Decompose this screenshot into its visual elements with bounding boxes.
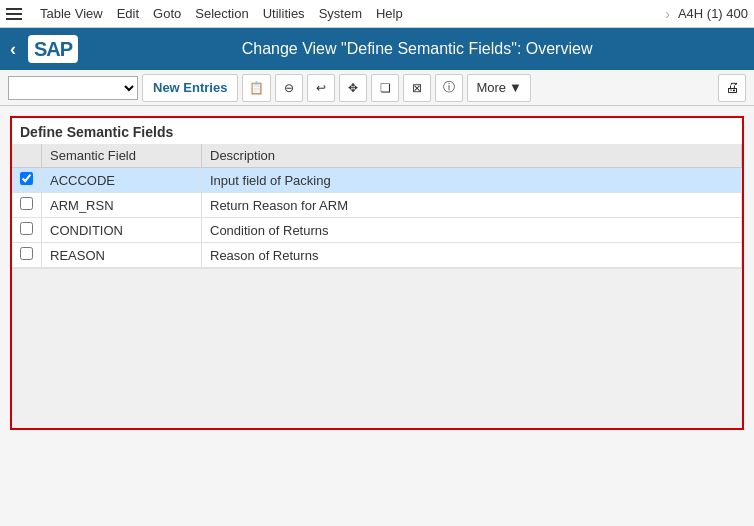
menu-expand-icon[interactable]: › <box>665 6 670 22</box>
more-button[interactable]: More ▼ <box>467 74 531 102</box>
print-icon: 🖨 <box>726 80 739 95</box>
duplicate-icon: ❏ <box>380 81 391 95</box>
menu-bar: Table View Edit Goto Selection Utilities… <box>0 0 754 28</box>
col-header-checkbox <box>12 144 42 168</box>
back-button[interactable]: ‹ <box>10 40 16 58</box>
hamburger-menu[interactable] <box>6 8 22 20</box>
grid-button[interactable]: ⊠ <box>403 74 431 102</box>
col-header-description: Description <box>202 144 742 168</box>
undo-button[interactable]: ↩ <box>307 74 335 102</box>
sap-logo: SAP <box>28 35 78 63</box>
info-button[interactable]: ⓘ <box>435 74 463 102</box>
chevron-down-icon: ▼ <box>509 80 522 95</box>
row-checkbox[interactable] <box>12 193 42 218</box>
title-bar: ‹ SAP Change View "Define Semantic Field… <box>0 28 754 70</box>
copy-button[interactable]: 📋 <box>242 74 271 102</box>
toolbar: New Entries 📋 ⊖ ↩ ✥ ❏ ⊠ ⓘ More ▼ 🖨 <box>0 70 754 106</box>
menu-item-utilities[interactable]: Utilities <box>263 6 305 21</box>
menu-item-selection[interactable]: Selection <box>195 6 248 21</box>
table-row[interactable]: REASONReason of Returns <box>12 243 742 268</box>
semantic-field-cell: ACCCODE <box>42 168 202 193</box>
grid-icon: ⊠ <box>412 81 422 95</box>
menu-item-help[interactable]: Help <box>376 6 403 21</box>
define-semantic-fields-container: Define Semantic Fields Semantic Field De… <box>10 116 744 430</box>
minus-circle-icon: ⊖ <box>284 81 294 95</box>
description-cell: Condition of Returns <box>202 218 742 243</box>
content-area: Define Semantic Fields Semantic Field De… <box>0 106 754 526</box>
menu-item-goto[interactable]: Goto <box>153 6 181 21</box>
menu-item-tableview[interactable]: Table View <box>40 6 103 21</box>
move-button[interactable]: ✥ <box>339 74 367 102</box>
info-icon: ⓘ <box>443 79 455 96</box>
print-button[interactable]: 🖨 <box>718 74 746 102</box>
system-info: A4H (1) 400 <box>678 6 748 21</box>
col-header-semantic-field: Semantic Field <box>42 144 202 168</box>
new-entries-button[interactable]: New Entries <box>142 74 238 102</box>
section-title: Define Semantic Fields <box>12 118 742 144</box>
semantic-field-cell: ARM_RSN <box>42 193 202 218</box>
more-label: More <box>476 80 506 95</box>
description-cell: Reason of Returns <box>202 243 742 268</box>
copy-icon: 📋 <box>249 81 264 95</box>
duplicate-button[interactable]: ❏ <box>371 74 399 102</box>
row-checkbox[interactable] <box>12 168 42 193</box>
menu-item-edit[interactable]: Edit <box>117 6 139 21</box>
row-checkbox[interactable] <box>12 243 42 268</box>
semantic-field-cell: REASON <box>42 243 202 268</box>
move-icon: ✥ <box>348 81 358 95</box>
semantic-field-cell: CONDITION <box>42 218 202 243</box>
main-panel: Define Semantic Fields Semantic Field De… <box>0 106 754 526</box>
semantic-fields-table: Semantic Field Description ACCCODEInput … <box>12 144 742 268</box>
table-row[interactable]: ARM_RSNReturn Reason for ARM <box>12 193 742 218</box>
page-title: Change View "Define Semantic Fields": Ov… <box>90 40 744 58</box>
row-checkbox[interactable] <box>12 218 42 243</box>
toolbar-select[interactable] <box>8 76 138 100</box>
delete-button[interactable]: ⊖ <box>275 74 303 102</box>
undo-icon: ↩ <box>316 81 326 95</box>
table-row[interactable]: ACCCODEInput field of Packing <box>12 168 742 193</box>
description-cell: Input field of Packing <box>202 168 742 193</box>
empty-rows-area <box>12 268 742 428</box>
description-cell: Return Reason for ARM <box>202 193 742 218</box>
table-row[interactable]: CONDITIONCondition of Returns <box>12 218 742 243</box>
menu-item-system[interactable]: System <box>319 6 362 21</box>
